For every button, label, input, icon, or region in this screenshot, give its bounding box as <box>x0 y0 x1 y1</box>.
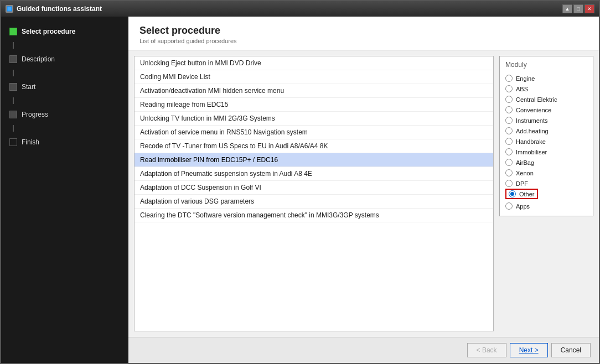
module-item-other[interactable]: Other <box>505 189 538 199</box>
module-panel: Moduly EngineABSCentral ElektricConvenie… <box>499 56 593 331</box>
next-button[interactable]: Next > <box>510 343 548 357</box>
radio-convenience[interactable] <box>505 106 513 113</box>
module-label-other: Other <box>519 191 535 197</box>
radio-airbag[interactable] <box>505 159 513 166</box>
svg-rect-0 <box>7 7 12 11</box>
procedure-item[interactable]: Clearing the DTC "Software version manag… <box>135 209 493 222</box>
radio-abs[interactable] <box>505 85 513 92</box>
module-item-xenon[interactable]: Xenon <box>505 168 587 178</box>
window-body: Select procedure Description Start Progr… <box>1 17 599 363</box>
step-icon-finish <box>9 138 17 146</box>
page-subtitle: List of supported guided procedures <box>139 38 588 44</box>
radio-engine[interactable] <box>505 75 513 82</box>
restore-button[interactable]: □ <box>573 4 583 13</box>
step-icon-progress <box>9 111 17 118</box>
module-item-abs[interactable]: ABS <box>505 84 587 94</box>
module-item-instruments[interactable]: Instruments <box>505 115 587 126</box>
procedure-item[interactable]: Read immobiliser PIN from EDC15P+ / EDC1… <box>135 153 493 167</box>
back-button[interactable]: < Back <box>467 343 506 357</box>
module-label-instruments: Instruments <box>516 117 547 124</box>
radio-central-elektric[interactable] <box>505 96 513 103</box>
module-item-convenience[interactable]: Convenience <box>505 105 587 115</box>
cancel-button[interactable]: Cancel <box>551 343 591 357</box>
sidebar-label-progress: Progress <box>22 111 48 118</box>
module-label-immobiliser: Immobiliser <box>516 149 547 155</box>
module-label-engine: Engine <box>516 75 535 82</box>
step-icon-start <box>9 83 17 91</box>
title-bar-left: Guided functions assistant <box>6 5 102 13</box>
sidebar-item-progress[interactable]: Progress <box>9 111 120 118</box>
procedure-item[interactable]: Unlocking Eject button in MMI DVD Drive <box>135 56 493 70</box>
module-group-title: Moduly <box>505 61 587 69</box>
connector-2 <box>13 70 14 76</box>
footer: < Back Next > Cancel <box>128 337 599 363</box>
module-label-handbrake: Handbrake <box>516 138 546 145</box>
module-item-add-heating[interactable]: Add.heating <box>505 126 587 136</box>
step-icon-select-procedure <box>9 28 17 35</box>
module-item-dpf[interactable]: DPF <box>505 178 587 189</box>
procedure-item[interactable]: Reading mileage from EDC15 <box>135 98 493 112</box>
connector-4 <box>13 125 14 132</box>
main-content: Select procedure List of supported guide… <box>128 17 599 363</box>
module-item-handbrake[interactable]: Handbrake <box>505 136 587 147</box>
procedure-item[interactable]: Activation/deactivation MMI hidden servi… <box>135 84 493 98</box>
sidebar-label-start: Start <box>22 83 35 91</box>
procedure-item[interactable]: Unlocking TV function in MMI 2G/3G Syste… <box>135 112 493 126</box>
procedure-item[interactable]: Activation of service menu in RNS510 Nav… <box>135 126 493 139</box>
sidebar-label-description: Description <box>22 55 55 63</box>
procedure-item[interactable]: Adaptation of DCC Suspension in Golf VI <box>135 181 493 195</box>
procedure-item[interactable]: Recode of TV -Tuner from US Specs to EU … <box>135 139 493 153</box>
procedure-item[interactable]: Adaptation of various DSG parameters <box>135 195 493 209</box>
sidebar-label-select-procedure: Select procedure <box>22 28 75 35</box>
window-controls: ▲ □ ✕ <box>562 4 594 13</box>
procedure-list[interactable]: Unlocking Eject button in MMI DVD DriveC… <box>134 56 494 331</box>
module-label-apps: Apps <box>516 203 530 210</box>
radio-instruments[interactable] <box>505 117 513 124</box>
module-label-xenon: Xenon <box>516 170 534 176</box>
radio-apps[interactable] <box>505 202 513 210</box>
module-item-apps[interactable]: Apps <box>505 201 587 211</box>
main-header: Select procedure List of supported guide… <box>128 17 599 50</box>
connector-3 <box>13 97 14 104</box>
sidebar-item-select-procedure[interactable]: Select procedure <box>9 28 120 35</box>
radio-xenon[interactable] <box>505 169 513 176</box>
main-body: Unlocking Eject button in MMI DVD DriveC… <box>128 50 599 337</box>
sidebar-item-finish[interactable]: Finish <box>9 138 120 146</box>
module-label-add-heating: Add.heating <box>516 128 549 134</box>
radio-add-heating[interactable] <box>505 127 513 134</box>
sidebar-item-description[interactable]: Description <box>9 55 120 63</box>
app-icon <box>6 5 13 13</box>
module-label-abs: ABS <box>516 86 528 92</box>
sidebar: Select procedure Description Start Progr… <box>1 17 128 363</box>
procedure-item[interactable]: Coding MMI Device List <box>135 70 493 84</box>
connector-1 <box>13 42 14 49</box>
radio-other[interactable] <box>509 190 516 197</box>
minimize-button[interactable]: ▲ <box>562 4 572 13</box>
window-title: Guided functions assistant <box>17 5 102 13</box>
page-title: Select procedure <box>139 25 588 37</box>
module-label-airbag: AirBag <box>516 159 534 166</box>
radio-dpf[interactable] <box>505 180 513 187</box>
module-item-immobiliser[interactable]: Immobiliser <box>505 147 587 157</box>
module-label-dpf: DPF <box>516 180 528 187</box>
radio-immobiliser[interactable] <box>505 148 513 155</box>
step-icon-description <box>9 55 17 63</box>
module-group: Moduly EngineABSCentral ElektricConvenie… <box>499 56 593 216</box>
module-item-central-elektric[interactable]: Central Elektric <box>505 94 587 105</box>
procedure-item[interactable]: Adaptation of Pneumatic suspension syste… <box>135 167 493 181</box>
module-label-central-elektric: Central Elektric <box>516 96 557 103</box>
module-item-airbag[interactable]: AirBag <box>505 157 587 168</box>
module-item-engine[interactable]: Engine <box>505 73 587 84</box>
sidebar-label-finish: Finish <box>22 138 39 146</box>
title-bar: Guided functions assistant ▲ □ ✕ <box>1 1 599 17</box>
module-label-convenience: Convenience <box>516 107 551 113</box>
close-button[interactable]: ✕ <box>585 4 594 13</box>
main-window: Guided functions assistant ▲ □ ✕ Select … <box>0 0 600 364</box>
radio-handbrake[interactable] <box>505 138 513 145</box>
sidebar-item-start[interactable]: Start <box>9 83 120 91</box>
